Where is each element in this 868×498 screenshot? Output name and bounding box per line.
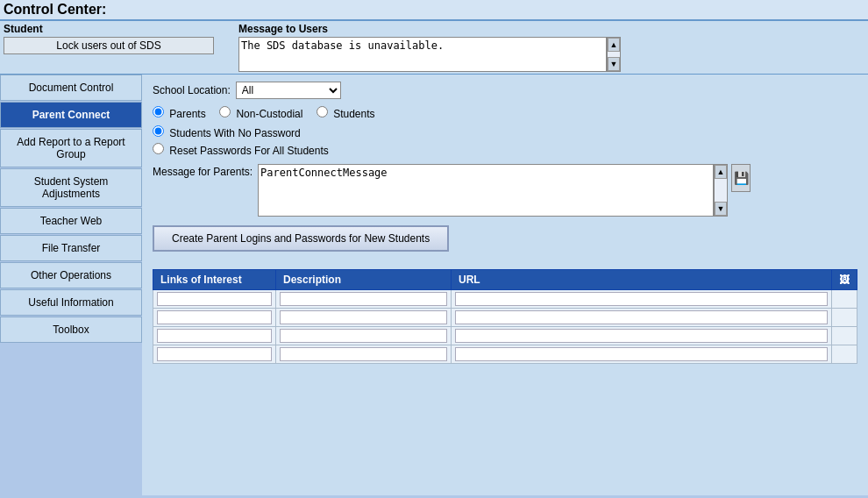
radio-group-1: Parents Non-Custodial Students — [153, 106, 857, 120]
radio-noncustodial-label[interactable]: Non-Custodial — [219, 108, 306, 120]
school-location-select[interactable]: AllSchool ASchool BSchool C — [236, 82, 341, 99]
links-description-input-3[interactable] — [280, 347, 447, 361]
sidebar: Document ControlParent ConnectAdd Report… — [0, 75, 142, 495]
col-links-of-interest: Links of Interest — [153, 270, 276, 290]
table-row — [153, 345, 857, 364]
parent-message-textarea[interactable]: ParentConnectMessage — [258, 164, 714, 217]
save-message-button[interactable]: 💾 — [731, 164, 751, 192]
student-label: Student — [4, 23, 231, 35]
sidebar-item-document-control[interactable]: Document Control — [0, 75, 142, 101]
row-action-col — [832, 290, 857, 309]
sidebar-item-file-transfer[interactable]: File Transfer — [0, 235, 142, 261]
parent-scroll-down[interactable]: ▼ — [715, 202, 727, 216]
parent-scroll-up[interactable]: ▲ — [715, 165, 727, 179]
sidebar-item-student-system[interactable]: Student System Adjustments — [0, 168, 142, 207]
message-column: Message to Users ▲ ▼ — [238, 23, 864, 72]
top-bar: Control Center: — [0, 0, 868, 21]
radio-no-password[interactable] — [153, 125, 164, 137]
row-action-col — [832, 327, 857, 345]
links-links-input-2[interactable] — [157, 329, 272, 343]
create-parent-logins-button[interactable]: Create Parent Logins and Passwords for N… — [153, 225, 449, 252]
content-area: School Location: AllSchool ASchool BScho… — [142, 75, 868, 495]
school-location-row: School Location: AllSchool ASchool BScho… — [153, 82, 857, 99]
message-to-users-label: Message to Users — [238, 23, 864, 35]
parent-message-wrapper: ParentConnectMessage ▲ ▼ 💾 — [258, 164, 751, 217]
sidebar-item-toolbox[interactable]: Toolbox — [0, 317, 142, 343]
message-for-parents-label: Message for Parents: — [153, 166, 253, 178]
links-description-input-0[interactable] — [280, 292, 447, 306]
radio-group-2: Students With No Password Reset Password… — [153, 125, 857, 157]
add-row-icon[interactable]: 🖼 — [839, 274, 850, 286]
col-add: 🖼 — [832, 270, 857, 290]
lock-section: Student Lock users out of SDS Message to… — [0, 21, 868, 75]
radio-students-label[interactable]: Students — [317, 108, 375, 120]
scroll-up-btn[interactable]: ▲ — [608, 38, 620, 52]
save-icon: 💾 — [734, 171, 749, 185]
message-scrollbar: ▲ ▼ — [607, 37, 621, 72]
links-url-input-0[interactable] — [455, 292, 828, 306]
create-btn-wrapper: Create Parent Logins and Passwords for N… — [153, 225, 857, 260]
sidebar-item-add-report[interactable]: Add Report to a Report Group — [0, 129, 142, 167]
links-url-input-2[interactable] — [455, 329, 828, 343]
links-table-body — [153, 290, 857, 364]
radio-reset-passwords-label[interactable]: Reset Passwords For All Students — [153, 143, 847, 157]
student-column: Student Lock users out of SDS — [4, 23, 231, 72]
table-row — [153, 290, 857, 309]
message-to-users-textarea[interactable] — [238, 37, 607, 72]
radio-reset-passwords[interactable] — [153, 143, 164, 154]
links-url-input-3[interactable] — [455, 347, 828, 361]
links-of-interest-table: Links of Interest Description URL 🖼 — [153, 269, 857, 364]
row-action-col — [832, 309, 857, 327]
parent-scroll-track — [715, 179, 727, 202]
links-table-header: Links of Interest Description URL 🖼 — [153, 270, 857, 290]
lock-users-button[interactable]: Lock users out of SDS — [4, 37, 214, 54]
table-row — [153, 327, 857, 345]
row-action-col — [832, 345, 857, 364]
sidebar-item-useful-information[interactable]: Useful Information — [0, 289, 142, 316]
links-links-input-0[interactable] — [157, 292, 272, 306]
links-links-input-1[interactable] — [157, 310, 272, 324]
links-description-input-2[interactable] — [280, 329, 447, 343]
links-links-input-3[interactable] — [157, 347, 272, 361]
radio-noncustodial[interactable] — [219, 106, 231, 117]
sidebar-item-other-operations[interactable]: Other Operations — [0, 262, 142, 288]
radio-parents-label[interactable]: Parents — [153, 108, 209, 120]
table-row — [153, 309, 857, 327]
scroll-down-btn[interactable]: ▼ — [608, 57, 620, 71]
parent-message-scrollbar: ▲ ▼ — [714, 164, 728, 217]
message-for-parents-section: Message for Parents: ParentConnectMessag… — [153, 164, 857, 217]
sidebar-item-teacher-web[interactable]: Teacher Web — [0, 208, 142, 234]
page-title: Control Center: — [4, 2, 106, 17]
radio-parents[interactable] — [153, 106, 164, 117]
col-url: URL — [452, 270, 832, 290]
school-location-label: School Location: — [153, 84, 231, 96]
main-layout: Document ControlParent ConnectAdd Report… — [0, 75, 868, 495]
radio-students[interactable] — [317, 106, 328, 117]
links-description-input-1[interactable] — [280, 310, 447, 324]
col-description: Description — [276, 270, 452, 290]
sidebar-item-parent-connect[interactable]: Parent Connect — [0, 102, 142, 128]
radio-no-password-label[interactable]: Students With No Password — [153, 125, 847, 139]
links-url-input-1[interactable] — [455, 310, 828, 324]
